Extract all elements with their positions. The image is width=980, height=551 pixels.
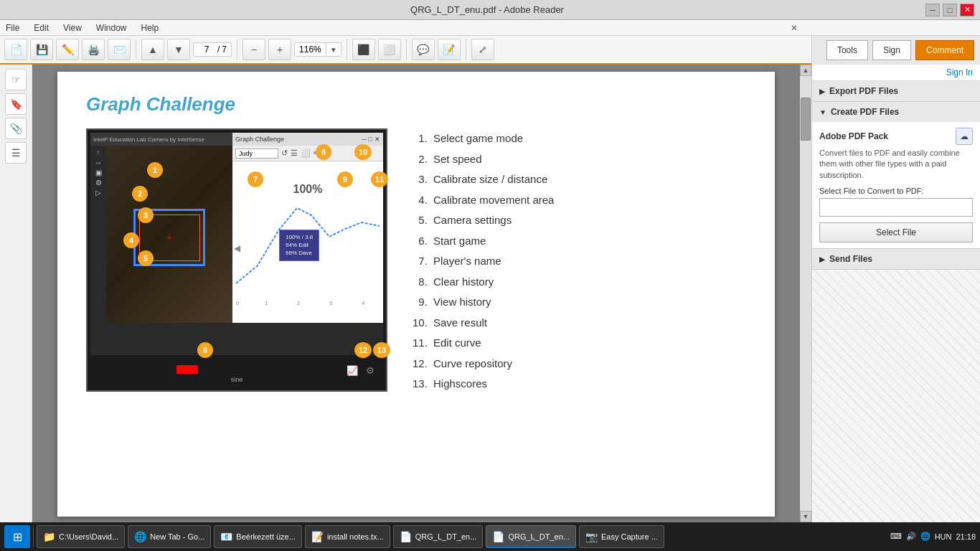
select-file-button[interactable]: Select File bbox=[819, 222, 973, 242]
list-item-11: Edit curve bbox=[430, 333, 746, 354]
fit-width-button[interactable]: ⬜ bbox=[378, 39, 401, 60]
title-bar: QRG_L_DT_enu.pdf - Adobe Reader ─ □ ✕ bbox=[0, 0, 980, 20]
cam-tool-5[interactable]: ▷ bbox=[95, 189, 101, 197]
file-path-input[interactable] bbox=[819, 198, 973, 217]
tray-lang[interactable]: HUN bbox=[935, 532, 952, 541]
scroll-up-button[interactable]: ▲ bbox=[800, 65, 811, 76]
cam-tool-4[interactable]: ⚙ bbox=[95, 179, 102, 187]
tools-tab[interactable]: Tools bbox=[826, 40, 868, 60]
minimize-button[interactable]: ─ bbox=[925, 4, 940, 17]
print-button[interactable]: 🖨️ bbox=[82, 39, 105, 60]
list-item-3: Calibrate size / distance bbox=[430, 169, 746, 190]
send-arrow-icon: ▶ bbox=[819, 255, 825, 263]
word-icon: 📄 bbox=[400, 531, 412, 542]
list-icon[interactable]: ☰ bbox=[291, 149, 298, 158]
num-circle-8: 8 bbox=[316, 144, 331, 160]
right-panel-empty-area bbox=[812, 270, 980, 522]
main-area: ☞ 🔖 📎 ☰ Graph Challenge IntelP Education… bbox=[0, 65, 980, 522]
settings-icon[interactable]: ⚙ bbox=[366, 365, 374, 376]
taskbar-item-browser[interactable]: 🌐 New Tab - Go... bbox=[128, 525, 211, 548]
sign-in-link[interactable]: Sign In bbox=[812, 65, 980, 81]
red-indicator bbox=[176, 365, 198, 374]
close-button[interactable]: ✕ bbox=[960, 4, 974, 17]
camera-titlebar: IntelP Education Lab Camera by IntelSens… bbox=[90, 133, 234, 146]
start-button[interactable]: ⊞ bbox=[4, 525, 30, 548]
scroll-track bbox=[800, 76, 811, 511]
num-circle-1: 1 bbox=[147, 162, 163, 178]
zoom-dropdown-arrow[interactable]: ▼ bbox=[326, 44, 341, 55]
graph-close-btn[interactable]: ✕ bbox=[374, 136, 380, 143]
scroll-thumb[interactable] bbox=[801, 98, 811, 141]
zoom-in-button[interactable]: + bbox=[268, 39, 291, 60]
restore-button[interactable]: □ bbox=[943, 4, 957, 17]
num-circle-5: 5 bbox=[138, 250, 154, 266]
pdf-icon: 📄 bbox=[492, 531, 504, 542]
layers-icon[interactable]: ☰ bbox=[5, 142, 27, 164]
menu-window[interactable]: Window bbox=[93, 22, 130, 34]
toolbar-separator-4 bbox=[406, 39, 407, 60]
toolbar-area: 📄 💾 ✏️ 🖨️ ✉️ ▲ ▼ / 7 − + 116% ▼ ⬛ ⬜ 💬 📝 … bbox=[0, 36, 980, 65]
menu-help[interactable]: Help bbox=[138, 22, 162, 34]
tray-network-icon[interactable]: 🌐 bbox=[920, 532, 930, 541]
player-name-input[interactable] bbox=[235, 149, 278, 159]
attachments-icon[interactable]: 📎 bbox=[5, 118, 27, 139]
svg-text:◀: ◀ bbox=[234, 243, 241, 253]
create-pdf-header[interactable]: ▼ Create PDF Files bbox=[812, 102, 980, 122]
create-arrow-icon: ▼ bbox=[819, 108, 826, 116]
page-input[interactable] bbox=[198, 44, 215, 55]
taskbar-item-word[interactable]: 📄 QRG_L_DT_en... bbox=[393, 525, 484, 548]
menu-edit[interactable]: Edit bbox=[31, 22, 52, 34]
create-pdf-section: ▼ Create PDF Files Adobe PDF Pack ☁ Conv… bbox=[812, 102, 980, 249]
fullscreen-graph-icon[interactable]: ⬜ bbox=[301, 149, 311, 158]
annotation-button[interactable]: 💬 bbox=[412, 39, 435, 60]
sine-label: sine bbox=[231, 376, 243, 383]
send-files-header[interactable]: ▶ Send Files bbox=[812, 249, 980, 269]
menu-file[interactable]: File bbox=[3, 22, 22, 34]
tray-volume-icon[interactable]: 🔊 bbox=[906, 532, 916, 541]
email-button[interactable]: ✉️ bbox=[108, 39, 131, 60]
zoom-selector[interactable]: 116% ▼ bbox=[294, 42, 341, 57]
scroll-down-button[interactable]: ▼ bbox=[800, 511, 811, 522]
list-item-13: Highscores bbox=[430, 374, 746, 395]
list-item-2: Set speed bbox=[430, 149, 746, 170]
taskbar-item-email[interactable]: 📧 Beérkezett üze... bbox=[214, 525, 302, 548]
pdf-label: QRG_L_DT_en... bbox=[508, 532, 570, 541]
fullscreen-button[interactable]: ⤢ bbox=[471, 39, 494, 60]
save-button[interactable]: 💾 bbox=[30, 39, 53, 60]
chart-icon[interactable]: 📈 bbox=[347, 365, 358, 376]
pdf-scrollbar[interactable]: ▲ ▼ bbox=[800, 65, 811, 522]
prev-page-button[interactable]: ▲ bbox=[141, 39, 164, 60]
next-page-button[interactable]: ▼ bbox=[167, 39, 190, 60]
hand-tool-icon[interactable]: ☞ bbox=[5, 69, 27, 90]
taskbar-item-explorer[interactable]: 📁 C:\Users\David... bbox=[37, 525, 125, 548]
taskbar-item-pdf-active[interactable]: 📄 QRG_L_DT_en... bbox=[486, 525, 576, 548]
taskbar-item-capture[interactable]: 📷 Easy Capture ... bbox=[579, 525, 664, 548]
sign-tab[interactable]: Sign bbox=[872, 40, 911, 60]
page-separator: / bbox=[217, 44, 220, 55]
menu-view[interactable]: View bbox=[60, 22, 85, 34]
export-pdf-header[interactable]: ▶ Export PDF Files bbox=[812, 81, 980, 101]
clock: 21:18 bbox=[956, 532, 976, 542]
num-circle-10: 10 bbox=[354, 144, 372, 160]
cam-tool-1[interactable]: ↑ bbox=[97, 149, 100, 156]
markup-button[interactable]: 📝 bbox=[438, 39, 461, 60]
email-icon: 📧 bbox=[220, 531, 232, 542]
graph-max-btn[interactable]: □ bbox=[369, 136, 372, 143]
graph-min-btn[interactable]: ─ bbox=[362, 136, 366, 143]
comment-tab[interactable]: Comment bbox=[915, 40, 974, 60]
close-panel-x[interactable]: ✕ bbox=[791, 23, 977, 33]
cam-tool-2[interactable]: ↔ bbox=[95, 159, 102, 166]
export-pdf-section: ▶ Export PDF Files bbox=[812, 81, 980, 102]
new-button[interactable]: 📄 bbox=[4, 39, 27, 60]
camera-panel: IntelP Education Lab Camera by IntelSens… bbox=[90, 133, 234, 323]
svg-text:2: 2 bbox=[297, 300, 301, 306]
edit-button[interactable]: ✏️ bbox=[56, 39, 79, 60]
list-item-1: Select game mode bbox=[430, 128, 746, 149]
fit-page-button[interactable]: ⬛ bbox=[352, 39, 375, 60]
bookmark-icon[interactable]: 🔖 bbox=[5, 93, 27, 115]
refresh-icon[interactable]: ↺ bbox=[281, 149, 288, 158]
page-total: 7 bbox=[222, 44, 227, 55]
taskbar-item-notes[interactable]: 📝 install notes.tx... bbox=[305, 525, 390, 548]
cam-tool-3[interactable]: ▣ bbox=[95, 169, 102, 176]
zoom-out-button[interactable]: − bbox=[242, 39, 265, 60]
